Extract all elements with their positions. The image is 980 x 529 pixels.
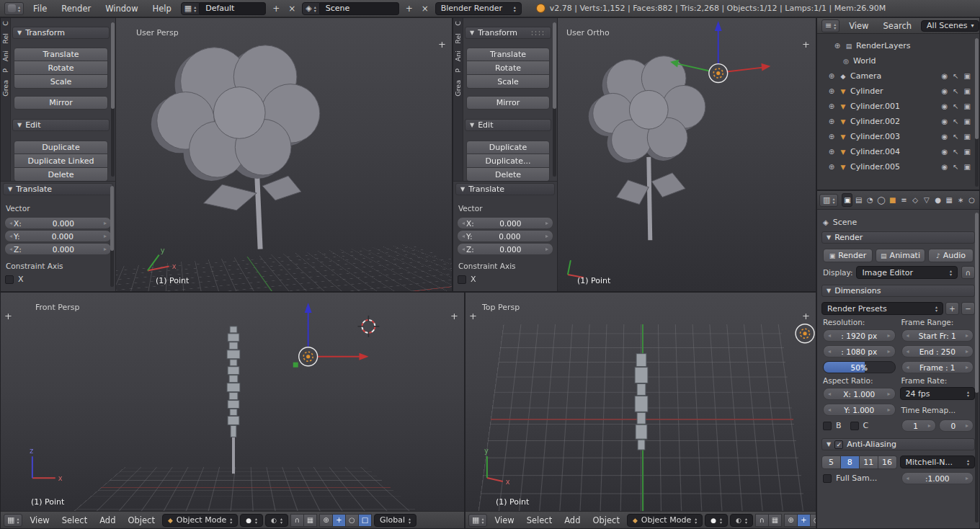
aspect-x-field[interactable]: ◂ X: 1.000 ▸ bbox=[823, 388, 896, 400]
menu-object[interactable]: Object bbox=[587, 515, 624, 525]
manipulator-translate-icon[interactable]: + bbox=[797, 514, 811, 527]
increment-arrow-icon[interactable]: ▸ bbox=[964, 422, 970, 429]
menu-select[interactable]: Select bbox=[57, 515, 92, 525]
render-still-button[interactable]: ▣ Render bbox=[823, 249, 873, 262]
outliner-scrollbar[interactable] bbox=[975, 38, 979, 187]
increment-arrow-icon[interactable]: ▸ bbox=[886, 391, 892, 397]
scrollbar-thumb[interactable] bbox=[111, 22, 115, 109]
shelf-tab-tools[interactable]: C bbox=[454, 21, 462, 26]
visibility-eye-icon[interactable]: ◉ bbox=[941, 87, 948, 95]
props-tab-physics-icon[interactable]: ○ bbox=[966, 193, 977, 207]
scrollbar-thumb[interactable] bbox=[975, 213, 979, 393]
screen-layout-selector[interactable]: ▦▴▾ Default bbox=[181, 2, 266, 15]
3d-viewport-front-persp[interactable]: x z Front Persp (1) Point + + bbox=[1, 293, 464, 511]
shelf-tab-physics[interactable]: P bbox=[1, 68, 9, 73]
selectability-cursor-icon[interactable]: ↖ bbox=[953, 102, 958, 110]
resolution-x-field[interactable]: ◂ : 1920 px ▸ bbox=[823, 329, 896, 342]
shelf-tab-animation[interactable]: Ani bbox=[1, 50, 9, 61]
shelf-tab-physics[interactable]: P bbox=[454, 68, 462, 73]
increment-arrow-icon[interactable]: ▸ bbox=[964, 364, 970, 370]
shelf-tab-grease[interactable]: Grea bbox=[1, 80, 9, 97]
props-tab-render-icon[interactable]: ▣ bbox=[842, 193, 852, 207]
antialiasing-checkbox[interactable]: ✓ bbox=[834, 440, 843, 449]
delete-button[interactable]: Delete bbox=[14, 168, 108, 181]
remap-new-field[interactable]: 0 ▸ bbox=[939, 419, 974, 432]
region-expand-icon[interactable]: + bbox=[4, 311, 12, 321]
renderability-camera-icon[interactable]: ▣ bbox=[964, 163, 971, 171]
mode-dropdown[interactable]: ◆ Object Mode ▴▾ bbox=[162, 514, 238, 527]
increment-arrow-icon[interactable]: ▸ bbox=[102, 246, 108, 252]
increment-arrow-icon[interactable]: ▸ bbox=[964, 348, 970, 355]
aa-samples-5-button[interactable]: 5 bbox=[821, 455, 841, 469]
renderability-camera-icon[interactable]: ▣ bbox=[964, 117, 971, 125]
delete-scene-icon[interactable]: × bbox=[419, 3, 431, 14]
snap-element-icon[interactable]: ▦ bbox=[303, 514, 317, 527]
increment-arrow-icon[interactable]: ▸ bbox=[964, 475, 970, 481]
outliner-row-cylinder-004[interactable]: ⊕ ▼ Cylinder.004 ◉ ↖ ▣ bbox=[817, 144, 979, 159]
duplicate-button[interactable]: Duplicate bbox=[466, 141, 550, 154]
aa-samples-11-button[interactable]: 11 bbox=[860, 455, 878, 469]
props-tab-constraints-icon[interactable]: ≡ bbox=[899, 193, 909, 207]
point-lamp-widget[interactable] bbox=[709, 64, 728, 83]
properties-scrollbar[interactable] bbox=[975, 213, 979, 523]
aa-samples-8-button[interactable]: 8 bbox=[841, 455, 860, 469]
region-expand-icon[interactable]: + bbox=[438, 40, 446, 49]
crop-checkbox[interactable] bbox=[850, 422, 859, 430]
outliner-row-cylinder-001[interactable]: ⊕ ▼ Cylinder.001 ◉ ↖ ▣ bbox=[817, 99, 979, 114]
increment-arrow-icon[interactable]: ▸ bbox=[886, 332, 892, 339]
mirror-button[interactable]: Mirror bbox=[466, 96, 550, 110]
increment-arrow-icon[interactable]: ▸ bbox=[102, 220, 108, 226]
outliner-row-cylinder-005[interactable]: ⊕ ▼ Cylinder.005 ◉ ↖ ▣ bbox=[817, 159, 979, 174]
decrement-arrow-icon[interactable]: ◂ bbox=[827, 391, 832, 397]
decrement-arrow-icon[interactable]: ◂ bbox=[8, 220, 14, 226]
snap-magnet-icon[interactable]: ∩ bbox=[755, 514, 769, 527]
menu-search[interactable]: Search bbox=[878, 21, 917, 31]
menu-view[interactable]: View bbox=[489, 515, 519, 525]
region-expand-icon[interactable]: + bbox=[802, 40, 810, 49]
rotate-button[interactable]: Rotate bbox=[466, 61, 550, 75]
pivot-dropdown[interactable]: ● ▴▾ bbox=[240, 514, 263, 527]
increment-arrow-icon[interactable]: ▸ bbox=[886, 406, 892, 413]
increment-arrow-icon[interactable]: ▸ bbox=[544, 233, 550, 239]
add-preset-icon[interactable]: + bbox=[945, 302, 959, 315]
expand-icon[interactable]: ⊕ bbox=[827, 163, 836, 171]
manipulator-widget-icon[interactable]: ⊕ bbox=[784, 514, 798, 527]
renderability-camera-icon[interactable]: ▣ bbox=[964, 102, 971, 110]
panel-header-transform[interactable]: ▼ Transform bbox=[465, 27, 551, 39]
scene-selector[interactable]: ◈▴▾ Scene bbox=[302, 2, 398, 15]
selectability-cursor-icon[interactable]: ↖ bbox=[953, 87, 958, 95]
editor-type-button[interactable]: ▦▴▾ bbox=[468, 514, 487, 527]
add-scene-icon[interactable]: + bbox=[404, 3, 415, 14]
vector-x-field[interactable]: ◂ X: 0.000 ▸ bbox=[4, 217, 112, 229]
scrollbar-thumb[interactable] bbox=[553, 22, 556, 109]
3d-viewport-top-persp[interactable]: x y Top Persp (1) Point + + bbox=[466, 293, 816, 511]
increment-arrow-icon[interactable]: ▸ bbox=[102, 233, 108, 239]
decrement-arrow-icon[interactable]: ◂ bbox=[905, 475, 911, 481]
resolution-percentage-slider[interactable]: 50% bbox=[823, 361, 896, 373]
props-tab-scene-icon[interactable]: ◔ bbox=[865, 193, 876, 207]
outliner-row-cylinder-002[interactable]: ⊕ ▼ Cylinder.002 ◉ ↖ ▣ bbox=[817, 114, 979, 129]
shelf-scrollbar[interactable] bbox=[111, 22, 115, 177]
border-checkbox[interactable] bbox=[823, 422, 832, 430]
3d-viewport-user-persp[interactable]: x y User Persp (1) Point + bbox=[116, 18, 452, 291]
full-sample-checkbox[interactable] bbox=[823, 474, 832, 483]
panel-header-render[interactable]: ▼ Render bbox=[821, 231, 975, 244]
operator-panel-header[interactable]: ▼ Translate bbox=[3, 183, 113, 195]
shelf-tab-relations[interactable]: Rel bbox=[454, 33, 462, 44]
menu-view[interactable]: View bbox=[24, 515, 54, 525]
operator-panel-header[interactable]: ▼ Translate bbox=[455, 183, 555, 195]
visibility-eye-icon[interactable]: ◉ bbox=[941, 117, 948, 125]
aspect-y-field[interactable]: ◂ Y: 1.000 ▸ bbox=[823, 404, 896, 416]
increment-arrow-icon[interactable]: ▸ bbox=[927, 422, 932, 429]
renderability-camera-icon[interactable]: ▣ bbox=[964, 87, 971, 95]
scale-button[interactable]: Scale bbox=[14, 75, 108, 89]
decrement-arrow-icon[interactable]: ◂ bbox=[460, 246, 466, 252]
aa-samples-16-button[interactable]: 16 bbox=[878, 455, 897, 469]
increment-arrow-icon[interactable]: ▸ bbox=[544, 220, 550, 226]
props-tab-particles-icon[interactable]: ∗ bbox=[956, 193, 966, 207]
layout-browse-icon[interactable]: ▦▴▾ bbox=[181, 2, 200, 15]
point-lamp-widget[interactable] bbox=[299, 347, 318, 366]
decrement-arrow-icon[interactable]: ◂ bbox=[827, 348, 832, 355]
menu-render[interactable]: Render bbox=[56, 4, 96, 14]
render-presets-dropdown[interactable]: Render Presets ▴▾ bbox=[821, 302, 943, 315]
